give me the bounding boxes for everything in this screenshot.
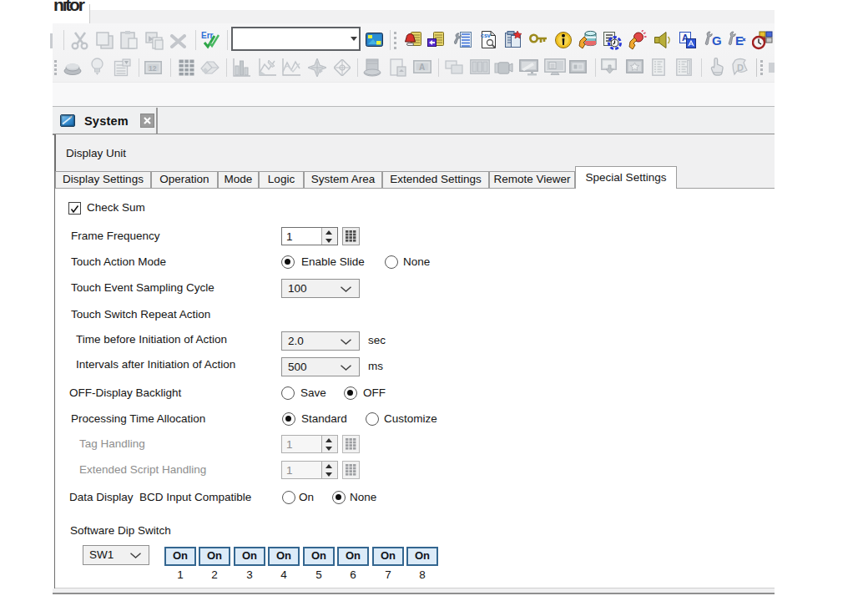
svg-text:12: 12	[149, 64, 157, 73]
svg-text:G: G	[712, 33, 722, 48]
svg-text:A: A	[419, 63, 425, 72]
svg-text:csv: csv	[481, 33, 491, 38]
svg-text:D: D	[737, 63, 744, 73]
